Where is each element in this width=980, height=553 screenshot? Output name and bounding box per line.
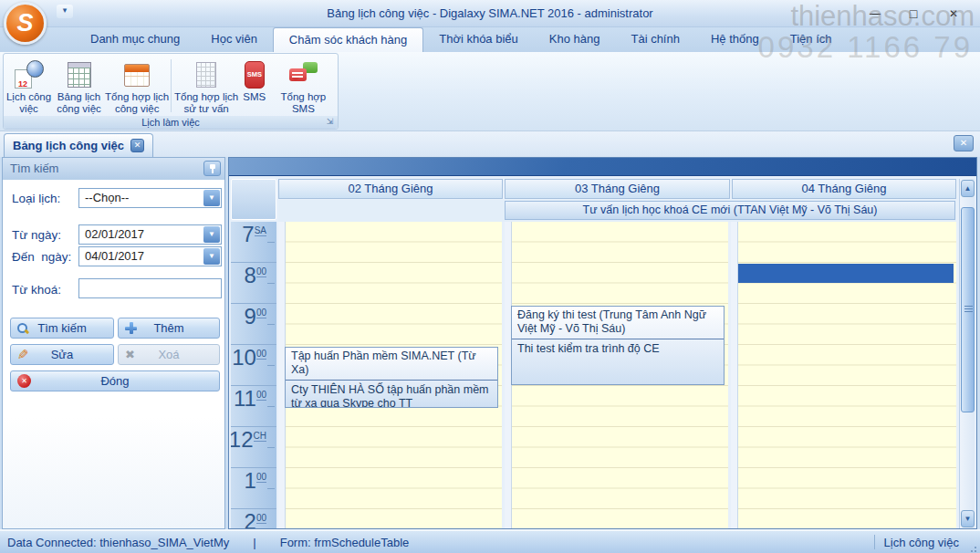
tong-hop-lich-su-tu-van-button[interactable]: Tổng hợp lịch sử tư vấn (173, 56, 238, 116)
loai-lich-combo[interactable]: --Chọn-- (78, 188, 222, 208)
document-tab-strip: Bảng lịch công việc (0, 131, 980, 157)
search-icon (17, 323, 28, 334)
time-label: 7SA (231, 222, 276, 263)
calendar-orange-icon (124, 64, 150, 87)
them-button[interactable]: Thêm (118, 318, 220, 339)
tim-kiem-button[interactable]: Tìm kiếm (10, 318, 114, 339)
day-column-03[interactable]: Đăng ký thi test (Trung Tâm Anh Ngữ Việt… (505, 222, 728, 528)
status-bar: Data Connected: thienhaso_SIMA_VietMy | … (0, 529, 980, 553)
ribbon: 12 Lịch công việc Bảng lịch công việc Tổ… (0, 52, 980, 131)
calendar-table-icon (68, 62, 91, 88)
time-label: 1000 (231, 345, 276, 386)
den-ngay-label: Đến ngày: (12, 250, 71, 264)
day-header-04[interactable]: 04 Tháng Giêng (732, 179, 956, 199)
ribbon-group-lich-lam-viec: 12 Lịch công việc Bảng lịch công việc Tổ… (3, 53, 339, 130)
minimize-button[interactable] (861, 5, 889, 22)
scrollbar-thumb[interactable] (961, 207, 975, 412)
time-label: 800 (231, 263, 276, 304)
tab-tai-chinh[interactable]: Tài chính (615, 27, 694, 52)
tu-ngay-label: Từ ngày: (12, 228, 61, 242)
bang-lich-cong-viec-button[interactable]: Bảng lịch công việc (53, 56, 105, 116)
tong-hop-lich-cong-viec-button[interactable]: Tổng hợp lịch công việc (105, 56, 170, 116)
window-title: Bảng lịch công việc - Digalaxy SIMA.NET … (327, 6, 652, 20)
calendar-clock-icon: 12 (15, 60, 44, 89)
report-table-icon (196, 62, 216, 88)
ribbon-tab-row: Danh mục chung Học viên Chăm sóc khách h… (0, 27, 980, 52)
x-icon (125, 348, 135, 361)
scrollbar-grip-icon (964, 306, 973, 314)
tu-khoa-input[interactable] (78, 278, 222, 298)
title-bar: Bảng lịch công việc - Digalaxy SIMA.NET … (0, 0, 980, 27)
status-separator: | (253, 536, 255, 549)
tab-danh-muc-chung[interactable]: Danh mục chung (75, 27, 195, 52)
document-tab[interactable]: Bảng lịch công việc (4, 133, 153, 157)
chevron-down-icon[interactable] (203, 190, 220, 206)
search-panel: Tìm kiếm Loại lịch: --Chọn-- Từ ngày: 02… (2, 157, 225, 529)
tab-thoi-khoa-bieu[interactable]: Thời khóa biểu (423, 27, 534, 52)
day-header-02[interactable]: 02 Tháng Giêng (278, 179, 503, 199)
close-circle-icon (17, 374, 31, 388)
time-label: 900 (231, 304, 276, 345)
tong-hop-sms-button[interactable]: Tổng hợp SMS (270, 56, 337, 116)
dong-button[interactable]: Đóng (10, 370, 220, 391)
ribbon-group-label: Lịch làm việc (4, 116, 338, 129)
event-dang-ky-thi-test[interactable]: Đăng ký thi test (Trung Tâm Anh Ngữ Việt… (511, 306, 725, 385)
schedule-calendar: 02 Tháng Giêng 03 Tháng Giêng 04 Tháng G… (228, 157, 977, 529)
allday-row: Tư vấn lịch học khoá CE mới (TTAN Việt M… (278, 200, 956, 222)
scroll-down-icon[interactable] (961, 510, 975, 527)
app-logo-icon[interactable]: S (4, 2, 47, 45)
lich-cong-viec-button[interactable]: 12 Lịch công việc (5, 56, 53, 116)
sms-bubbles-icon (288, 61, 318, 89)
pin-button[interactable] (203, 161, 221, 176)
day-column-04[interactable] (731, 222, 956, 528)
sms-phone-icon: SMS (245, 61, 265, 89)
calendar-corner-cell (231, 179, 276, 220)
chevron-down-icon[interactable] (203, 226, 220, 243)
tab-close-icon[interactable] (130, 139, 144, 152)
maximize-button[interactable] (900, 5, 927, 22)
vertical-scrollbar[interactable] (959, 179, 975, 528)
tab-he-thong[interactable]: Hệ thống (695, 27, 775, 52)
ribbon-separator (171, 59, 172, 112)
day-columns: Tập huấn Phần mềm SIMA.NET (Từ Xa) Cty T… (278, 222, 956, 528)
close-button[interactable] (940, 5, 967, 22)
time-label: 200 (231, 509, 276, 528)
form-name: Form: frmScheduleTable (280, 536, 410, 549)
day-header-03[interactable]: 03 Tháng Giêng (505, 179, 730, 199)
search-panel-header: Tìm kiếm (3, 158, 224, 180)
time-ruler: 7SA 800 900 1000 1100 12CH 100 200 (231, 222, 276, 528)
tabstrip-close-button[interactable] (954, 135, 974, 151)
selected-time-slot[interactable] (738, 264, 954, 283)
den-ngay-date-picker[interactable]: 04/01/2017 (78, 246, 222, 266)
tab-kho-hang[interactable]: Kho hàng (534, 27, 616, 52)
calendar-caption-bar (229, 158, 976, 176)
status-panel-label: Lịch công việc (884, 536, 968, 549)
tab-cham-soc-khach-hang[interactable]: Chăm sóc khách hàng (273, 27, 423, 52)
plus-icon (125, 322, 137, 334)
tab-tien-ich[interactable]: Tiện ích (775, 27, 848, 52)
resize-grip-icon[interactable] (968, 544, 977, 553)
time-label: 12CH (231, 427, 276, 468)
chevron-down-icon[interactable] (203, 248, 220, 265)
connection-status: Data Connected: thienhaso_SIMA_VietMy (7, 536, 229, 549)
sua-button[interactable]: Sửa (10, 344, 114, 365)
tu-ngay-date-picker[interactable]: 02/01/2017 (78, 224, 222, 245)
allday-event[interactable]: Tư vấn lịch học khoá CE mới (TTAN Việt M… (505, 201, 955, 220)
tab-hoc-vien[interactable]: Học viên (195, 27, 273, 52)
pin-icon (210, 164, 215, 169)
scroll-up-icon[interactable] (961, 180, 975, 197)
xoa-button: Xoá (118, 344, 220, 365)
time-label: 1100 (231, 386, 276, 427)
tu-khoa-label: Từ khoá: (12, 283, 61, 297)
dialog-launcher-icon[interactable] (325, 117, 335, 127)
quick-access-dropdown-icon[interactable] (57, 5, 73, 18)
pencil-icon (17, 349, 29, 360)
sms-button[interactable]: SMS SMS (239, 56, 270, 116)
loai-lich-label: Loại lịch: (12, 192, 60, 205)
app-window: Bảng lịch công việc - Digalaxy SIMA.NET … (0, 0, 980, 553)
status-divider (874, 535, 875, 550)
time-label: 100 (231, 468, 276, 509)
event-tap-huan[interactable]: Tập huấn Phần mềm SIMA.NET (Từ Xa) Cty T… (285, 347, 498, 408)
day-column-02[interactable]: Tập huấn Phần mềm SIMA.NET (Từ Xa) Cty T… (278, 222, 502, 528)
